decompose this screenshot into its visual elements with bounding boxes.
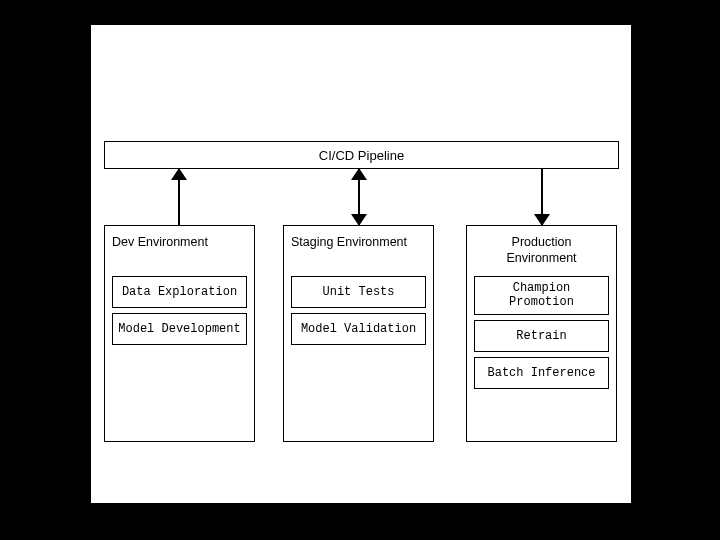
staging-tasks: Unit Tests Model Validation bbox=[291, 276, 426, 345]
task-unit-tests: Unit Tests bbox=[291, 276, 426, 308]
production-tasks: Champion Promotion Retrain Batch Inferen… bbox=[474, 276, 609, 389]
task-model-development: Model Development bbox=[112, 313, 247, 345]
production-environment-title: Production Environment bbox=[474, 234, 609, 270]
cicd-pipeline-label: CI/CD Pipeline bbox=[319, 148, 404, 163]
dev-environment-box: Dev Environment Data Exploration Model D… bbox=[104, 225, 255, 442]
dev-environment-title: Dev Environment bbox=[112, 234, 247, 270]
arrow-pipeline-to-production bbox=[532, 169, 552, 225]
arrow-staging-pipeline bbox=[349, 169, 369, 225]
task-data-exploration: Data Exploration bbox=[112, 276, 247, 308]
task-batch-inference: Batch Inference bbox=[474, 357, 609, 389]
arrow-dev-to-pipeline bbox=[169, 169, 189, 225]
task-retrain: Retrain bbox=[474, 320, 609, 352]
cicd-pipeline-bar: CI/CD Pipeline bbox=[104, 141, 619, 169]
staging-environment-box: Staging Environment Unit Tests Model Val… bbox=[283, 225, 434, 442]
staging-environment-title: Staging Environment bbox=[291, 234, 426, 270]
arrow-line bbox=[178, 169, 180, 225]
diagram-canvas: CI/CD Pipeline Dev Environment Data Expl… bbox=[91, 25, 631, 503]
task-champion-promotion: Champion Promotion bbox=[474, 276, 609, 315]
dev-tasks: Data Exploration Model Development bbox=[112, 276, 247, 345]
production-environment-box: Production Environment Champion Promotio… bbox=[466, 225, 617, 442]
task-model-validation: Model Validation bbox=[291, 313, 426, 345]
